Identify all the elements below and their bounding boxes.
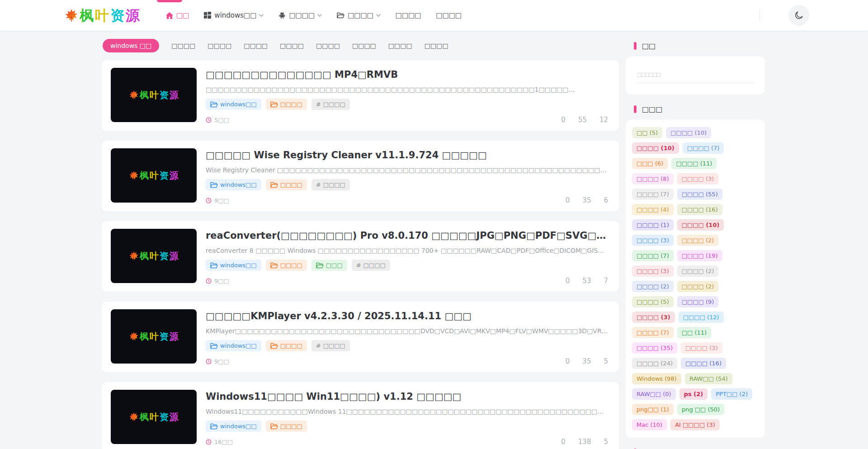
nav-item-4[interactable]: □□□□	[337, 11, 381, 19]
clock-icon	[206, 278, 212, 284]
category-pill[interactable]: windows□□	[206, 340, 261, 351]
tag-pill[interactable]: □□□□ 11	[671, 158, 717, 169]
nav-item-1[interactable]: □□	[166, 11, 189, 19]
nav-item-5[interactable]: □□□□	[396, 11, 421, 19]
tag-label: windows□□	[220, 262, 257, 269]
nav-item-2[interactable]: windows□□	[204, 11, 264, 19]
category-filter-bar: windows □□ □□□□□□□□□□□□□□□□□□□□□□□□□□□□□…	[103, 39, 619, 52]
maple-leaf-icon	[129, 168, 139, 183]
tag-pill[interactable]: □□ 5	[632, 127, 662, 138]
tag-pill[interactable]: □□□□ 7	[683, 142, 724, 154]
tag-pill[interactable]: □□□□ 2	[632, 281, 674, 292]
category-pill[interactable]: windows□□	[206, 99, 261, 110]
category-pill[interactable]: windows□□	[206, 260, 261, 271]
theme-toggle-button[interactable]	[788, 5, 809, 26]
tag-pill[interactable]: □□□□ 4	[632, 204, 674, 215]
filter-item[interactable]: □□□□	[171, 42, 195, 49]
category-pill[interactable]: windows□□	[206, 179, 261, 190]
tag-pill[interactable]: □□□□ 12	[679, 312, 724, 323]
tag-pill[interactable]: Mac 10	[632, 419, 667, 430]
tag-pill[interactable]: □□□□ 9	[677, 296, 719, 307]
tag-pill[interactable]: □□□□ 35	[632, 342, 677, 354]
tag-pill[interactable]: □□□□ 10	[666, 127, 711, 138]
post-thumbnail[interactable]: 枫叶资源	[111, 148, 197, 203]
filter-item[interactable]: □□□□	[208, 42, 231, 49]
post-description: Windows11□□□□□□□□□□□Windows 11□□□□□□□□□□…	[206, 408, 608, 415]
hashtag-pill[interactable]: #□□□□	[311, 179, 350, 190]
tag-pill[interactable]: □□□ 6	[632, 158, 668, 169]
post-title[interactable]: □□□□□KMPlayer v4.2.3.30 / 2025.11.14.11 …	[206, 311, 608, 321]
logo-char: 源	[126, 9, 140, 23]
post-time-label: 5□□	[214, 117, 229, 123]
filter-pill-active[interactable]: windows □□	[103, 39, 159, 52]
post-title[interactable]: reaConverter(□□□□□□□□) Pro v8.0.170 □□□□…	[206, 230, 608, 241]
tag-pill[interactable]: □□□□ 3	[681, 342, 722, 354]
site-logo[interactable]: 枫叶资源	[65, 8, 140, 23]
tag-pill[interactable]: png □□ 50	[677, 404, 724, 415]
search-input[interactable]	[637, 69, 754, 83]
logo-char: 资	[160, 332, 169, 341]
tag-pill[interactable]: RAW□□ 54	[685, 373, 732, 384]
tag-pill[interactable]: □□□□ 24	[632, 358, 677, 369]
nav-item-3[interactable]: □□□□	[278, 11, 322, 19]
nav-item-6[interactable]: □□□□	[436, 11, 462, 19]
tag-pill[interactable]: □□□□ 3	[632, 312, 675, 323]
category-pill[interactable]: □□□□	[266, 179, 307, 190]
tag-pill[interactable]: PPT□□ 2	[711, 388, 752, 400]
tag-pill[interactable]: □□□□ 7	[632, 327, 674, 338]
tag-pill[interactable]: ps 2	[679, 388, 708, 400]
filter-item[interactable]: □□□□	[280, 42, 304, 49]
filter-item[interactable]: □□□□	[244, 42, 268, 49]
hashtag-pill[interactable]: #□□□□	[311, 99, 350, 110]
tag-pill[interactable]: □□ 11	[677, 327, 711, 338]
tag-pill[interactable]: □□□□ 3	[677, 173, 719, 184]
post-thumbnail[interactable]: 枫叶资源	[111, 229, 197, 283]
tag-pill[interactable]: □□□□ 19	[677, 250, 722, 261]
post-thumbnail[interactable]: 枫叶资源	[111, 390, 197, 444]
tag-label: □□□□	[683, 314, 705, 321]
post-title[interactable]: □□□□□□□□□□□□□□ MP4□RMVB	[206, 69, 608, 80]
tag-pill[interactable]: □□□□ 16	[681, 358, 726, 369]
post-title[interactable]: Windows11□□□□ Win11□□□□) v1.12 □□□□□	[206, 391, 608, 402]
tag-pill[interactable]: □□□□ 8	[632, 173, 674, 184]
tag-label: □□□	[637, 160, 653, 167]
tag-pill[interactable]: □□□□ 10	[632, 142, 679, 154]
hashtag-pill[interactable]: #□□□□	[352, 260, 390, 271]
tag-count: 2	[660, 283, 669, 290]
tag-pill[interactable]: □□□□ 2	[677, 235, 719, 246]
tag-pill[interactable]: □□□□ 3	[632, 235, 674, 246]
category-pill[interactable]: □□□□	[266, 421, 307, 432]
sidebar-tagcloud-header: □□□	[634, 105, 765, 113]
category-pill[interactable]: □□□□	[266, 99, 307, 110]
filter-item[interactable]: □□□□	[388, 42, 412, 49]
tag-pill[interactable]: □□□□ 1	[632, 219, 674, 231]
tag-pill[interactable]: □□□□ 16	[677, 204, 722, 215]
tag-pill[interactable]: AI □□□□ 3	[670, 419, 720, 430]
filter-item[interactable]: □□□□	[316, 42, 340, 49]
tag-pill[interactable]: □□□□ 3	[632, 265, 674, 277]
tag-pill[interactable]: □□□□ 2	[677, 281, 719, 292]
tag-pill[interactable]: png□□ 1	[632, 404, 674, 415]
category-pill[interactable]: □□□	[311, 260, 347, 271]
post-meta: 9□□0356	[206, 196, 608, 204]
tag-label: □□□□	[637, 191, 659, 198]
post-body: □□□□□□□□□□□□□□ MP4□RMVB□□□□□□□□□□□□□□□□□…	[206, 68, 608, 124]
post-title[interactable]: □□□□□ Wise Registry Cleaner v11.1.9.724 …	[206, 150, 608, 161]
tag-pill[interactable]: □□□□ 55	[677, 189, 722, 200]
tag-pill[interactable]: □□□□ 7	[632, 250, 674, 261]
tag-pill[interactable]: RAW□□ 0	[632, 388, 676, 400]
tag-pill[interactable]: Windows 98	[632, 373, 681, 384]
post-thumbnail[interactable]: 枫叶资源	[111, 68, 197, 122]
tag-pill[interactable]: □□□□ 10	[677, 219, 724, 231]
category-pill[interactable]: windows□□	[206, 421, 261, 432]
filter-item[interactable]: □□□□	[425, 42, 448, 49]
tag-pill[interactable]: □□□□ 2	[677, 265, 719, 277]
tag-pill[interactable]: □□□□ 5	[632, 296, 674, 307]
category-pill[interactable]: □□□□	[266, 260, 307, 271]
filter-item[interactable]: □□□□	[352, 42, 376, 49]
tag-count: 55	[706, 191, 718, 198]
hashtag-pill[interactable]: #□□□□	[311, 340, 350, 351]
post-thumbnail[interactable]: 枫叶资源	[111, 309, 197, 364]
tag-pill[interactable]: □□□□ 7	[632, 189, 674, 200]
category-pill[interactable]: □□□□	[266, 340, 307, 351]
